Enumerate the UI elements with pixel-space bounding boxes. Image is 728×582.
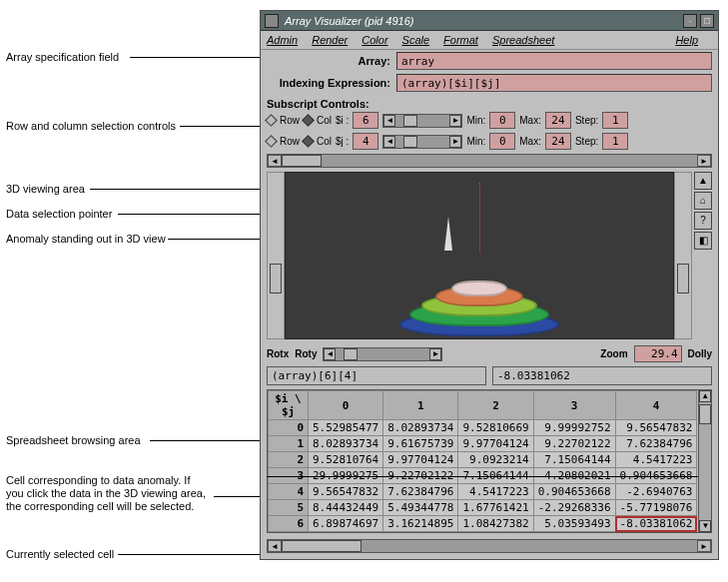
cell[interactable]: 6.89874697 bbox=[309, 516, 383, 532]
slider-i[interactable]: ◄ ► bbox=[382, 114, 462, 128]
cell[interactable]: 9.56547832 bbox=[309, 484, 383, 500]
row-header[interactable]: 4 bbox=[269, 484, 309, 500]
cell[interactable]: 4.5417223 bbox=[458, 484, 533, 500]
row-header[interactable]: 2 bbox=[269, 452, 309, 468]
roty-slider[interactable]: ◄ ► bbox=[323, 347, 442, 361]
cell[interactable]: 9.56547832 bbox=[615, 420, 697, 436]
tool-help-icon[interactable]: ? bbox=[694, 212, 712, 230]
col-radio-j[interactable] bbox=[302, 135, 315, 148]
cell[interactable]: -2.29268336 bbox=[533, 500, 615, 516]
slider-i-thumb[interactable] bbox=[403, 115, 417, 127]
row-header[interactable]: 6 bbox=[269, 516, 309, 532]
spreadsheet-table[interactable]: $i \ $j0123405.529854778.028937349.52810… bbox=[268, 390, 698, 532]
row-radio-j[interactable] bbox=[265, 135, 278, 148]
menu-scale[interactable]: Scale bbox=[402, 34, 430, 46]
slider-i-right-icon[interactable]: ► bbox=[449, 115, 461, 127]
max-j[interactable] bbox=[545, 133, 571, 150]
slider-j[interactable]: ◄ ► bbox=[382, 135, 462, 149]
tool-up-icon[interactable]: ▲ bbox=[694, 172, 712, 190]
min-i[interactable] bbox=[489, 112, 515, 129]
cell[interactable]: -8.03381062 bbox=[615, 516, 697, 532]
row-radio-i[interactable] bbox=[265, 114, 278, 127]
sheet-hscroll-left-icon[interactable]: ◄ bbox=[268, 540, 282, 552]
step-i[interactable] bbox=[602, 112, 628, 129]
3d-canvas[interactable] bbox=[285, 172, 674, 339]
cell[interactable]: -2.6940763 bbox=[615, 484, 697, 500]
menu-help[interactable]: Help bbox=[675, 34, 698, 46]
titlebar[interactable]: Array Visualizer (pid 4916) · □ bbox=[261, 11, 718, 31]
scroll-left-icon[interactable]: ◄ bbox=[268, 155, 282, 167]
roty-right-icon[interactable]: ► bbox=[429, 348, 441, 360]
col-radio-i[interactable] bbox=[302, 114, 315, 127]
left-vertical-slider[interactable] bbox=[267, 172, 285, 339]
cell[interactable]: 9.97704124 bbox=[458, 436, 533, 452]
menu-format[interactable]: Format bbox=[443, 34, 478, 46]
cell[interactable]: 5.03593493 bbox=[533, 516, 615, 532]
cell[interactable]: 1.67761421 bbox=[458, 500, 533, 516]
scroll-thumb[interactable] bbox=[282, 155, 322, 167]
cell[interactable]: 9.0923214 bbox=[458, 452, 533, 468]
slider-j-right-icon[interactable]: ► bbox=[449, 136, 461, 148]
cell[interactable]: 8.02893734 bbox=[309, 436, 383, 452]
row-header[interactable]: 0 bbox=[269, 420, 309, 436]
col-header[interactable]: 3 bbox=[533, 391, 615, 420]
zoom-value[interactable] bbox=[634, 345, 682, 362]
upper-hscrollbar[interactable]: ◄ ► bbox=[267, 154, 712, 168]
maximize-icon[interactable]: □ bbox=[700, 14, 714, 28]
max-i[interactable] bbox=[545, 112, 571, 129]
col-header[interactable]: 2 bbox=[458, 391, 533, 420]
sheet-hscroll-thumb[interactable] bbox=[282, 540, 362, 552]
cell[interactable]: 8.44432449 bbox=[309, 500, 383, 516]
menu-spreadsheet[interactable]: Spreadsheet bbox=[492, 34, 554, 46]
selection-pointer-icon bbox=[479, 183, 480, 253]
col-header[interactable]: 1 bbox=[383, 391, 458, 420]
sheet-vscroll-up-icon[interactable]: ▲ bbox=[699, 390, 711, 402]
sheet-hscroll-right-icon[interactable]: ► bbox=[697, 540, 711, 552]
slider-i-left-icon[interactable]: ◄ bbox=[383, 115, 395, 127]
col-header[interactable]: 4 bbox=[615, 391, 697, 420]
sheet-hscrollbar[interactable]: ◄ ► bbox=[267, 539, 712, 553]
cell[interactable]: 4.5417223 bbox=[615, 452, 697, 468]
cell[interactable]: 9.52810764 bbox=[309, 452, 383, 468]
row-header[interactable]: 1 bbox=[269, 436, 309, 452]
right-vertical-slider[interactable] bbox=[674, 172, 692, 339]
tool-view-icon[interactable]: ◧ bbox=[694, 232, 712, 250]
cell[interactable]: 5.49344778 bbox=[383, 500, 458, 516]
tool-home-icon[interactable]: ⌂ bbox=[694, 192, 712, 210]
system-menu-icon[interactable] bbox=[265, 14, 279, 28]
val-i[interactable] bbox=[353, 112, 378, 129]
roty-left-icon[interactable]: ◄ bbox=[324, 348, 336, 360]
row-header[interactable]: 5 bbox=[269, 500, 309, 516]
index-expr-input[interactable] bbox=[396, 74, 712, 92]
sheet-vscrollbar[interactable]: ▲ ▼ bbox=[698, 390, 711, 532]
menu-render[interactable]: Render bbox=[312, 34, 348, 46]
cell[interactable]: 0.904653668 bbox=[533, 484, 615, 500]
col-header[interactable]: 0 bbox=[309, 391, 383, 420]
cell[interactable]: 8.02893734 bbox=[383, 420, 458, 436]
cell[interactable]: 1.08427382 bbox=[458, 516, 533, 532]
cell[interactable]: 9.22702122 bbox=[533, 436, 615, 452]
slider-j-thumb[interactable] bbox=[403, 136, 417, 148]
cell[interactable]: 7.62384796 bbox=[383, 484, 458, 500]
array-input[interactable] bbox=[396, 52, 712, 70]
sheet-vscroll-thumb[interactable] bbox=[699, 404, 711, 424]
scroll-right-icon[interactable]: ► bbox=[697, 155, 711, 167]
menu-color[interactable]: Color bbox=[362, 34, 387, 46]
cell[interactable]: 5.52985477 bbox=[309, 420, 383, 436]
cell[interactable]: 9.99992752 bbox=[533, 420, 615, 436]
cell[interactable]: 9.52810669 bbox=[458, 420, 533, 436]
roty-thumb[interactable] bbox=[344, 348, 358, 360]
cell[interactable]: 9.97704124 bbox=[383, 452, 458, 468]
min-j[interactable] bbox=[489, 133, 515, 150]
menu-admin[interactable]: Admin bbox=[267, 34, 298, 46]
cell[interactable]: 7.62384796 bbox=[615, 436, 697, 452]
sheet-vscroll-down-icon[interactable]: ▼ bbox=[699, 520, 711, 532]
minimize-icon[interactable]: · bbox=[683, 14, 697, 28]
cell[interactable]: 3.16214895 bbox=[383, 516, 458, 532]
cell[interactable]: 7.15064144 bbox=[533, 452, 615, 468]
cell[interactable]: 9.61675739 bbox=[383, 436, 458, 452]
cell[interactable]: -5.77198076 bbox=[615, 500, 697, 516]
val-j[interactable] bbox=[353, 133, 378, 150]
step-j[interactable] bbox=[602, 133, 628, 150]
slider-j-left-icon[interactable]: ◄ bbox=[383, 136, 395, 148]
